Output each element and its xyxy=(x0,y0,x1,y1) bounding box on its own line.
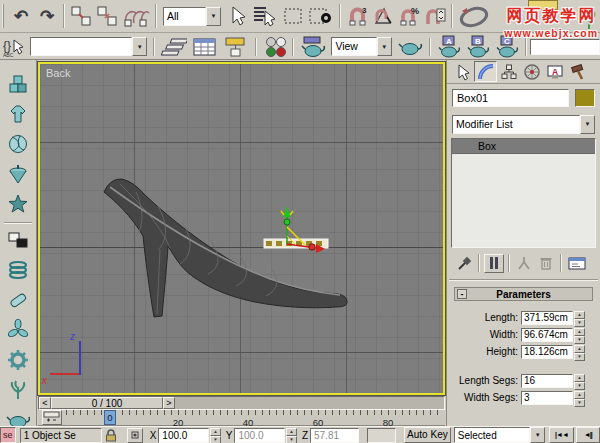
tab-hierarchy-icon[interactable] xyxy=(497,61,520,82)
modifier-list-dropdown[interactable]: Modifier List ▼ xyxy=(452,115,595,134)
go-to-start-button[interactable]: |◄◄ xyxy=(549,427,573,443)
capsule-icon[interactable] xyxy=(6,288,30,312)
pin-stack-icon[interactable] xyxy=(454,254,474,273)
mirror-icon[interactable] xyxy=(457,4,491,28)
width-field[interactable]: 96.674cm xyxy=(521,328,573,342)
y-spinner[interactable]: ▲▼ xyxy=(286,428,297,442)
length-segs-field[interactable]: 16 xyxy=(521,374,573,388)
material-editor-icon[interactable] xyxy=(261,35,288,59)
length-segs-row: Length Segs: 16 ▲▼ xyxy=(449,373,600,388)
world-axis-tripod: x z xyxy=(41,331,81,386)
frame-marker[interactable]: 0 xyxy=(104,410,116,425)
x-spinner[interactable]: ▲▼ xyxy=(210,428,221,442)
angle-snap-icon[interactable] xyxy=(371,4,395,28)
named-selection-sets-icon[interactable]: {}ABC xyxy=(1,35,26,59)
width-segs-field[interactable]: 3 xyxy=(521,391,573,405)
plant-icon[interactable] xyxy=(6,378,30,402)
track-bar[interactable]: 0 20 40 60 80 100 xyxy=(38,410,445,426)
length-spinner[interactable]: ▲▼ xyxy=(574,311,585,325)
axis-x-label: x xyxy=(41,375,48,386)
render-type-dropdown[interactable]: View ▼ xyxy=(331,37,391,56)
pinwheel-icon[interactable] xyxy=(6,318,30,342)
key-filter-value: Selected xyxy=(454,427,530,443)
show-end-result-icon[interactable] xyxy=(484,254,504,273)
select-by-name-icon[interactable] xyxy=(251,4,279,28)
stack-item-box[interactable]: Box xyxy=(452,139,595,154)
object-name-field[interactable]: Box01 xyxy=(452,89,569,107)
sphere-primitive-icon[interactable] xyxy=(6,132,30,156)
spring-helix-icon[interactable] xyxy=(6,258,30,282)
redo-icon[interactable]: ↷ xyxy=(35,4,59,28)
pattern-shapes-icon[interactable] xyxy=(6,228,30,252)
viewport-back[interactable]: Back xyxy=(38,62,445,395)
length-segs-spinner[interactable]: ▲▼ xyxy=(574,374,585,388)
auto-key-button[interactable]: Auto Key xyxy=(404,427,451,443)
x-label: X xyxy=(150,430,157,441)
length-row: Length: 371.59cm ▲▼ xyxy=(449,310,600,325)
bind-to-space-warp-icon[interactable] xyxy=(121,4,151,28)
tab-modify-icon[interactable] xyxy=(474,61,497,82)
selection-lock-icon[interactable] xyxy=(103,428,121,443)
object-color-swatch[interactable] xyxy=(575,89,595,107)
window-crossing-icon[interactable] xyxy=(307,4,335,28)
select-and-link-icon[interactable] xyxy=(69,4,93,28)
trackbar-ruler[interactable]: 0 20 40 60 80 100 xyxy=(66,410,440,426)
time-slider-next-button[interactable]: > xyxy=(163,397,175,409)
y-field[interactable]: 100.0 xyxy=(234,428,285,443)
spinning-top-icon[interactable] xyxy=(6,162,30,186)
undo-icon[interactable]: ↶ xyxy=(9,4,33,28)
schematic-view-icon[interactable] xyxy=(222,35,251,59)
named-selection-dropdown[interactable]: ▼ xyxy=(30,37,147,56)
dropdown-arrow-icon[interactable]: ▼ xyxy=(132,37,147,56)
star-shape-icon[interactable] xyxy=(6,192,30,216)
layer-manager-icon[interactable] xyxy=(159,35,188,59)
tab-motion-icon[interactable] xyxy=(520,61,543,82)
percent-snap-icon[interactable]: % xyxy=(397,4,421,28)
tab-display-icon[interactable]: A xyxy=(543,61,566,82)
dropdown-arrow-icon[interactable]: ▼ xyxy=(377,37,392,56)
mini-curve-editor-icon[interactable] xyxy=(42,410,62,425)
svg-text:ABC: ABC xyxy=(3,52,14,58)
track-view-icon[interactable] xyxy=(190,35,219,59)
width-segs-label: Width Segs: xyxy=(449,392,521,403)
x-field[interactable]: 100.0 xyxy=(158,428,209,443)
gear-icon[interactable] xyxy=(6,348,30,372)
time-slider-handle[interactable]: 0 / 100 xyxy=(51,397,163,409)
dropdown-arrow-icon[interactable]: ▼ xyxy=(530,427,545,443)
absolute-offset-toggle-icon[interactable] xyxy=(127,428,143,443)
modifier-stack-list[interactable]: Box xyxy=(451,138,596,248)
key-filter-dropdown[interactable]: Selected ▼ xyxy=(454,427,545,443)
remove-modifier-trash-icon[interactable] xyxy=(536,254,556,273)
quick-render-icon[interactable] xyxy=(396,35,425,59)
render-output-field[interactable] xyxy=(530,39,600,55)
render-scene-icon[interactable] xyxy=(298,35,327,59)
render-preset-b-icon[interactable]: B xyxy=(464,35,491,59)
dropdown-arrow-icon[interactable]: ▼ xyxy=(580,115,595,134)
boxes-primitive-icon[interactable] xyxy=(6,72,30,96)
dropdown-arrow-icon[interactable]: ▼ xyxy=(206,7,221,26)
select-object-icon[interactable] xyxy=(225,4,249,28)
spinner-snap-icon[interactable] xyxy=(423,4,447,28)
selection-filter-dropdown[interactable]: All ▼ xyxy=(163,7,221,26)
height-field[interactable]: 18.126cm xyxy=(521,345,573,359)
tab-utilities-icon[interactable] xyxy=(566,61,589,82)
toolbar-drag-handle[interactable] xyxy=(2,4,6,28)
width-spinner[interactable]: ▲▼ xyxy=(574,328,585,342)
tab-create-icon[interactable] xyxy=(451,61,474,82)
length-field[interactable]: 371.59cm xyxy=(521,311,573,325)
render-preset-a-icon[interactable]: A xyxy=(435,35,462,59)
width-segs-spinner[interactable]: ▲▼ xyxy=(574,391,585,405)
make-unique-icon[interactable] xyxy=(514,254,534,273)
shirt-cloth-icon[interactable] xyxy=(6,102,30,126)
unlink-selection-icon[interactable] xyxy=(95,4,119,28)
height-spinner[interactable]: ▲▼ xyxy=(574,345,585,359)
time-slider-prev-button[interactable]: < xyxy=(39,397,51,409)
rectangular-selection-region-icon[interactable] xyxy=(281,4,305,28)
parameters-rollout-header[interactable]: - Parameters xyxy=(454,287,593,301)
configure-modifier-sets-icon[interactable] xyxy=(566,254,588,273)
previous-frame-button[interactable]: ◄|| xyxy=(576,427,600,443)
collapse-icon[interactable]: - xyxy=(457,289,467,299)
z-field[interactable]: 57.81 xyxy=(310,428,359,443)
snap-toggle-3d-icon[interactable]: 3 xyxy=(345,4,369,28)
maxscript-mini-listener[interactable]: se xyxy=(0,427,16,443)
